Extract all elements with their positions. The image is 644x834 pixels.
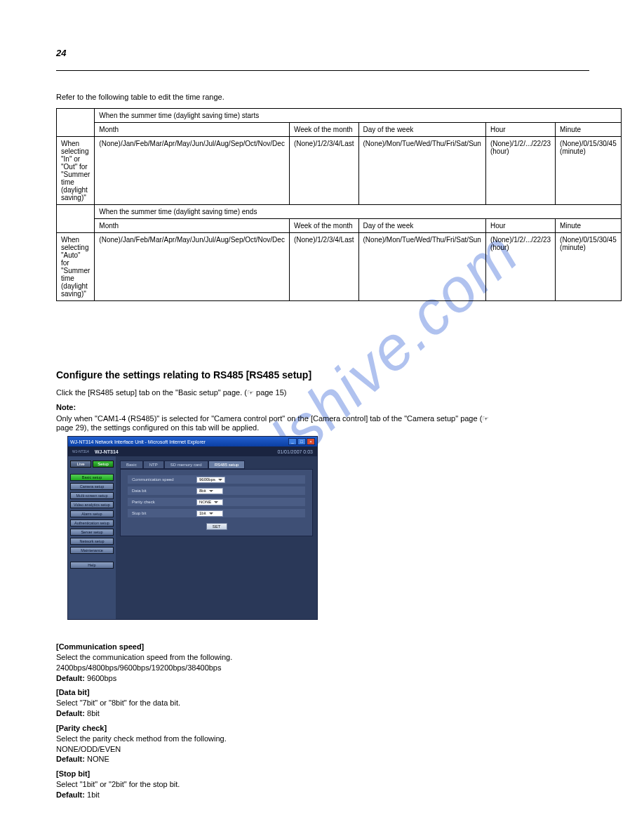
cell: (None)/1/2/3/4/Last	[289, 137, 358, 205]
tab-basic[interactable]: Basic	[120, 461, 143, 469]
minimize-button[interactable]: _	[288, 438, 297, 445]
cell: (None)/0/15/30/45 (minute)	[556, 233, 622, 301]
cell: (None)/Jan/Feb/Mar/Apr/May/Jun/Jul/Aug/S…	[95, 137, 290, 205]
maximize-button[interactable]: □	[297, 438, 306, 445]
sidebar-item-authentication-setup[interactable]: Authentication setup	[70, 519, 114, 527]
th-hour: Hour	[485, 123, 555, 137]
app-header: WJ-NT314 WJ-NT314 01/01/2007 0:03	[68, 446, 317, 456]
sidebar-item-basic-setup[interactable]: Basic setup	[70, 474, 114, 481]
select-comm-speed[interactable]: 9600bps	[196, 477, 225, 483]
select-stop-bit[interactable]: 1bit	[196, 510, 223, 517]
live-button[interactable]: Live	[70, 461, 91, 468]
time-range-table: When the summer time (daylight saving ti…	[56, 108, 622, 301]
window-title: WJ-NT314 Network Interface Unit - Micros…	[70, 439, 206, 444]
field-default: 1bit	[87, 790, 100, 799]
th-min: Minute	[556, 123, 622, 137]
setup-button[interactable]: Setup	[93, 461, 114, 468]
main-panel: Basic NTP SD memory card RS485 setup Com…	[116, 456, 317, 619]
field-opts: NONE/ODD/EVEN	[56, 744, 589, 755]
sidebar: Live Setup Basic setup Camera setup Mult…	[68, 456, 116, 619]
cell: (None)/Mon/Tue/Wed/Thu/Fri/Sat/Sun	[358, 137, 485, 205]
field-body: Select the parity check method from the …	[56, 734, 589, 744]
chevron-down-icon	[209, 490, 213, 492]
sidebar-item-alarm-setup[interactable]: Alarm setup	[70, 510, 114, 517]
th-week2: Week of the month	[289, 219, 358, 233]
cell: (None)/1/2/.../22/23 (hour)	[485, 233, 555, 301]
th-hour2: Hour	[485, 219, 555, 233]
label-data-bit: Data bit	[132, 489, 196, 493]
sidebar-item-camera-setup[interactable]: Camera setup	[70, 483, 114, 490]
th-starts: When the summer time (daylight saving ti…	[95, 109, 621, 123]
th-dow2: Day of the week	[358, 219, 485, 233]
cell: (None)/Mon/Tue/Wed/Thu/Fri/Sat/Sun	[358, 233, 485, 301]
intro-text: Refer to the following table to edit the…	[56, 93, 224, 101]
chevron-down-icon	[214, 501, 218, 503]
tab-ntp[interactable]: NTP	[143, 461, 164, 469]
form-row-parity: Parity check NONE	[128, 498, 305, 506]
th-blank2	[57, 205, 95, 233]
app-model: WJ-NT314	[95, 449, 119, 454]
default-label: Default:	[56, 755, 85, 763]
field-body: Select "1bit" or "2bit" for the stop bit…	[56, 779, 589, 790]
th-min2: Minute	[556, 219, 622, 233]
field-body: Select the communication speed from the …	[56, 652, 589, 663]
field-name: [Communication speed]	[56, 642, 589, 652]
field-default: 8bit	[87, 709, 100, 717]
horizontal-rule	[56, 70, 589, 71]
th-blank	[57, 109, 95, 137]
close-button[interactable]: ×	[307, 438, 315, 445]
chevron-down-icon	[218, 479, 222, 481]
settings-panel: Communication speed 9600bps Data bit 8bi…	[120, 469, 313, 536]
cell: (None)/1/2/.../22/23 (hour)	[485, 137, 555, 205]
sidebar-item-help[interactable]: Help	[70, 562, 114, 569]
sidebar-item-maintenance[interactable]: Maintenance	[70, 547, 114, 554]
th-week: Week of the month	[289, 123, 358, 137]
field-body: Select "7bit" or "8bit" for the data bit…	[56, 698, 589, 708]
label-comm-speed: Communication speed	[132, 477, 196, 482]
label-parity: Parity check	[132, 500, 196, 504]
note-label: Note:	[56, 403, 76, 411]
field-name: [Stop bit]	[56, 769, 589, 779]
th-month: Month	[95, 123, 290, 137]
cell: (None)/1/2/3/4/Last	[289, 233, 358, 301]
form-row-data-bit: Data bit 8bit	[128, 486, 305, 495]
tabs: Basic NTP SD memory card RS485 setup	[120, 461, 313, 469]
app-model-small: WJ-NT314	[72, 449, 89, 454]
sidebar-item-network-setup[interactable]: Network setup	[70, 538, 114, 545]
th-dow: Day of the week	[358, 123, 485, 137]
tab-sd-memory-card[interactable]: SD memory card	[164, 461, 208, 469]
set-button[interactable]: SET	[206, 523, 227, 530]
sidebar-item-multi-screen-setup[interactable]: Multi-screen setup	[70, 492, 114, 499]
th-month2: Month	[95, 219, 290, 233]
sidebar-item-server-setup[interactable]: Server setup	[70, 529, 114, 536]
default-label: Default:	[56, 674, 85, 682]
field-name: [Data bit]	[56, 687, 589, 698]
label-stop-bit: Stop bit	[132, 511, 196, 515]
tab-rs485-setup[interactable]: RS485 setup	[208, 461, 246, 469]
default-label: Default:	[56, 709, 85, 717]
chevron-down-icon	[209, 512, 213, 515]
select-data-bit[interactable]: 8bit	[196, 488, 223, 494]
page-number: 24	[56, 48, 66, 58]
row-auto-label: When selecting "Auto" for "Summer time (…	[57, 233, 95, 301]
section-desc: Click the [RS485 setup] tab on the "Basi…	[56, 388, 286, 397]
field-default: NONE	[87, 755, 109, 763]
app-window: WJ-NT314 Network Interface Unit - Micros…	[68, 437, 317, 619]
cell: (None)/Jan/Feb/Mar/Apr/May/Jun/Jul/Aug/S…	[95, 233, 290, 301]
field-name: [Parity check]	[56, 723, 589, 734]
row-when-label: When selecting "In" or "Out" for "Summer…	[57, 137, 95, 205]
select-parity[interactable]: NONE	[196, 499, 223, 505]
note-text: Only when "CAM1-4 (RS485)" is selected f…	[56, 414, 589, 432]
form-row-comm-speed: Communication speed 9600bps	[128, 475, 305, 484]
section-title: Configure the settings relating to RS485…	[56, 369, 311, 380]
app-datetime: 01/01/2007 0:03	[277, 449, 313, 454]
form-row-stop-bit: Stop bit 1bit	[128, 509, 305, 517]
window-titlebar: WJ-NT314 Network Interface Unit - Micros…	[68, 437, 317, 446]
cell: (None)/0/15/30/45 (minute)	[556, 137, 622, 205]
field-opts: 2400bps/4800bps/9600bps/19200bps/38400bp…	[56, 663, 589, 673]
field-default: 9600bps	[87, 674, 116, 682]
default-label: Default:	[56, 790, 85, 799]
th-ends: When the summer time (daylight saving ti…	[95, 205, 621, 219]
field-descriptions: [Communication speed] Select the communi…	[56, 637, 589, 800]
sidebar-item-video-analytics-setup[interactable]: Video analytics setup	[70, 501, 114, 508]
